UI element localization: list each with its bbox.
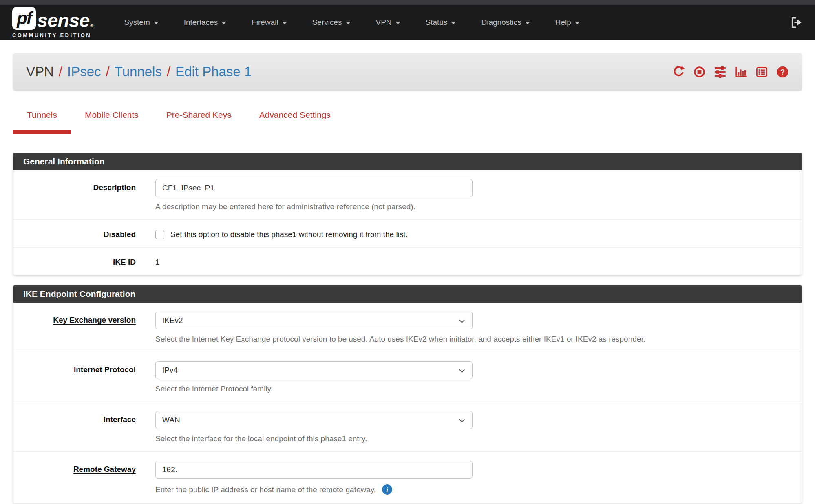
- form-row-internet-protocol: Internet Protocol IPv4 Select the Intern…: [13, 352, 802, 402]
- ipsec-tabs: Tunnels Mobile Clients Pre-Shared Keys A…: [13, 107, 802, 134]
- main-navbar: pf sense ® COMMUNITY EDITION System Inte…: [0, 5, 815, 40]
- ike-endpoint-configuration-panel: IKE Endpoint Configuration Key Exchange …: [13, 285, 802, 504]
- caret-down-icon: [221, 22, 226, 24]
- breadcrumb-link-edit-phase1[interactable]: Edit Phase 1: [175, 64, 252, 80]
- pf-logo-box: pf: [12, 7, 36, 30]
- key-exchange-help: Select the Internet Key Exchange protoco…: [155, 335, 790, 344]
- breadcrumb: VPN / IPsec / Tunnels / Edit Phase 1: [26, 64, 252, 80]
- selected-value: IPv4: [162, 366, 178, 375]
- sense-logo-text: sense: [37, 11, 89, 30]
- chevron-down-icon: [459, 367, 465, 373]
- caret-down-icon: [346, 22, 351, 24]
- form-row-ike-id: IKE ID 1: [13, 247, 802, 275]
- nav-item-diagnostics[interactable]: Diagnostics: [468, 18, 542, 27]
- panel-title: General Information: [13, 153, 802, 170]
- disabled-checkbox-row: Set this option to disable this phase1 w…: [155, 229, 790, 239]
- nav-item-services[interactable]: Services: [300, 18, 363, 27]
- window-top-strip: [0, 0, 815, 5]
- description-input[interactable]: [155, 179, 473, 197]
- logout-button[interactable]: [790, 16, 803, 29]
- selected-value: IKEv2: [162, 316, 183, 325]
- title-bar-actions: ?: [672, 66, 789, 78]
- internet-protocol-help: Select the Internet Protocol family.: [155, 385, 790, 393]
- key-exchange-select[interactable]: IKEv2: [155, 312, 473, 329]
- refresh-icon[interactable]: [672, 66, 685, 78]
- nav-item-vpn[interactable]: VPN: [363, 18, 413, 27]
- breadcrumb-root: VPN: [26, 64, 54, 80]
- svg-text:?: ?: [780, 67, 785, 76]
- disabled-checkbox[interactable]: [155, 230, 164, 239]
- panel-title: IKE Endpoint Configuration: [13, 285, 802, 303]
- tab-pre-shared-keys[interactable]: Pre-Shared Keys: [152, 107, 245, 134]
- tab-advanced-settings[interactable]: Advanced Settings: [245, 107, 345, 134]
- ike-id-value: 1: [155, 256, 790, 267]
- caret-down-icon: [395, 22, 400, 24]
- nav-menu: System Interfaces Firewall Services VPN …: [111, 18, 592, 27]
- remote-gateway-label: Remote Gateway: [13, 461, 136, 495]
- registered-mark: ®: [90, 23, 93, 28]
- form-row-disabled: Disabled Set this option to disable this…: [13, 219, 802, 247]
- list-icon[interactable]: [755, 66, 768, 78]
- form-row-remote-gateway: Remote Gateway Enter the public IP addre…: [13, 451, 802, 503]
- form-row-interface: Interface WAN Select the interface for t…: [13, 402, 802, 451]
- chevron-down-icon: [459, 417, 465, 422]
- form-row-key-exchange: Key Exchange version IKEv2 Select the In…: [13, 303, 802, 352]
- interface-select[interactable]: WAN: [155, 411, 473, 429]
- caret-down-icon: [575, 22, 580, 24]
- ike-id-label: IKE ID: [13, 256, 136, 267]
- chart-bar-icon[interactable]: [735, 66, 747, 78]
- nav-item-status[interactable]: Status: [413, 18, 469, 27]
- tab-mobile-clients[interactable]: Mobile Clients: [71, 107, 152, 134]
- caret-down-icon: [525, 22, 530, 24]
- sign-out-icon: [790, 16, 803, 29]
- remote-gateway-help: Enter the public IP address or host name…: [155, 485, 376, 494]
- help-icon[interactable]: ?: [776, 66, 789, 78]
- stop-icon[interactable]: [693, 66, 706, 78]
- chevron-down-icon: [459, 317, 465, 323]
- breadcrumb-link-ipsec[interactable]: IPsec: [67, 64, 101, 80]
- community-edition-label: COMMUNITY EDITION: [12, 32, 93, 38]
- svg-text:i: i: [386, 486, 388, 494]
- description-help: A description may be entered here for ad…: [155, 202, 790, 211]
- caret-down-icon: [154, 22, 159, 24]
- form-row-description: Description A description may be entered…: [13, 170, 802, 219]
- interface-help: Select the interface for the local endpo…: [155, 434, 790, 443]
- sliders-icon[interactable]: [714, 66, 727, 78]
- breadcrumb-link-tunnels[interactable]: Tunnels: [115, 64, 162, 80]
- selected-value: WAN: [162, 416, 180, 424]
- nav-item-help[interactable]: Help: [543, 18, 592, 27]
- internet-protocol-label: Internet Protocol: [13, 361, 136, 393]
- nav-item-firewall[interactable]: Firewall: [239, 18, 299, 27]
- interface-label: Interface: [13, 411, 136, 443]
- remote-gateway-input[interactable]: [155, 461, 473, 479]
- caret-down-icon: [282, 22, 287, 24]
- nav-item-interfaces[interactable]: Interfaces: [171, 18, 239, 27]
- pfsense-logo[interactable]: pf sense ® COMMUNITY EDITION: [12, 7, 93, 38]
- caret-down-icon: [451, 22, 456, 24]
- disabled-label: Disabled: [13, 229, 136, 239]
- tab-tunnels[interactable]: Tunnels: [13, 107, 71, 134]
- general-information-panel: General Information Description A descri…: [13, 153, 802, 275]
- disabled-checkbox-label: Set this option to disable this phase1 w…: [170, 230, 408, 239]
- description-label: Description: [13, 179, 136, 211]
- internet-protocol-select[interactable]: IPv4: [155, 361, 473, 379]
- nav-item-system[interactable]: System: [111, 18, 171, 27]
- key-exchange-label: Key Exchange version: [13, 312, 136, 344]
- info-icon[interactable]: i: [382, 484, 393, 495]
- page-title-bar: VPN / IPsec / Tunnels / Edit Phase 1: [13, 53, 802, 91]
